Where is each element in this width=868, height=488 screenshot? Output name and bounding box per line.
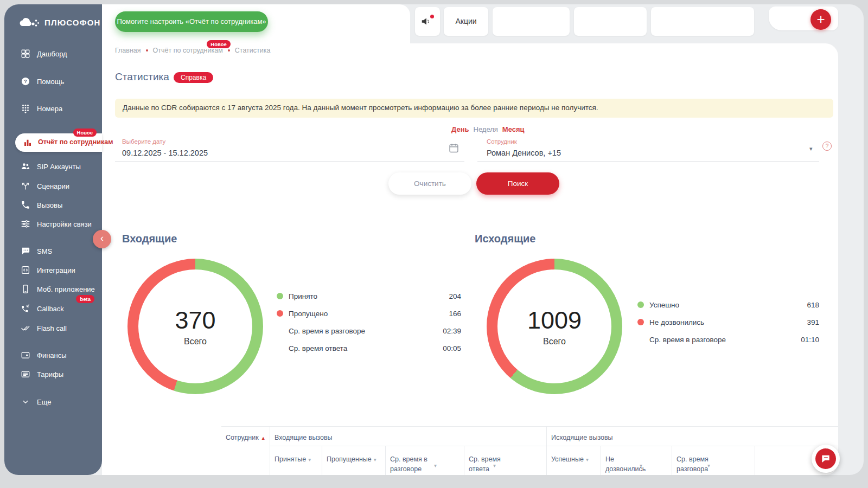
col-avg-talk-out[interactable]: Ср. время разговора▾ [676, 454, 725, 474]
breadcrumb: Главная Отчёт по сотрудникам Новое Стати… [115, 47, 270, 54]
chat-widget-button[interactable] [812, 445, 840, 473]
sidebar-item-help[interactable]: ? Помощь [4, 75, 102, 89]
setup-help-button[interactable]: Помогите настроить «Отчёт по сотрудникам… [115, 11, 268, 32]
legend-label: Успешно [649, 301, 807, 309]
breadcrumb-report[interactable]: Отчёт по сотрудникам Новое [153, 47, 223, 54]
col-successful[interactable]: Успешные▾ [551, 454, 589, 464]
table-group-incoming: Входящие вызовы [275, 433, 333, 442]
sidebar-item-finance[interactable]: Финансы [4, 349, 102, 363]
stat-value: 02:39 [443, 327, 461, 335]
sort-caret-icon[interactable]: ▾ [374, 457, 376, 463]
sort-caret-icon[interactable]: ▾ [434, 462, 437, 470]
breadcrumb-separator [146, 49, 148, 52]
clear-button[interactable]: Очистить [388, 172, 471, 195]
table-border [221, 426, 838, 427]
sidebar-item-scenarios[interactable]: Сценарии [4, 180, 102, 194]
sidebar-item-label: Отчёт по сотрудникам [38, 138, 113, 146]
sidebar-item-callback[interactable]: Callback beta [4, 303, 102, 317]
stat-label: Ср. время в разговоре [649, 336, 801, 344]
sidebar-item-label: SIP Аккаунты [37, 163, 81, 171]
col-not-reached[interactable]: Не дозвонились▾ [605, 454, 654, 474]
sidebar-item-calls[interactable]: Вызовы [4, 199, 102, 213]
tab-month[interactable]: Месяц [502, 125, 525, 133]
logo-text: ПЛЮСОФОН [44, 18, 101, 27]
sort-caret-icon[interactable]: ▾ [308, 457, 311, 463]
sort-caret-icon[interactable]: ▾ [586, 457, 589, 463]
stat-row-avg-talk: Ср. время в разговоре 02:39 [277, 325, 461, 336]
breadcrumb-separator [228, 49, 230, 52]
announcements-button[interactable] [415, 7, 440, 36]
dropdown-caret-icon[interactable]: ▾ [809, 145, 813, 152]
sidebar-item-numbers[interactable]: Номера [4, 102, 102, 117]
date-field-value[interactable]: 09.12.2025 - 15.12.2025 [122, 149, 208, 157]
sidebar-item-label: Моб. приложение [37, 285, 95, 293]
add-button[interactable]: + [810, 9, 831, 30]
cloud-logo-icon [18, 15, 40, 29]
incoming-donut-center: 370 Всего [138, 269, 252, 383]
period-tabs: День Неделя Месяц [451, 125, 525, 133]
employee-field-label: Сотрудник [487, 138, 517, 145]
incoming-donut-chart: 370 Всего [127, 259, 263, 394]
sidebar-item-employee-report[interactable]: Отчёт по сотрудникам Новое [15, 133, 102, 152]
red-dot-icon [277, 310, 283, 317]
sms-icon [21, 246, 30, 256]
sort-caret-icon[interactable]: ▾ [640, 462, 642, 470]
legend-row-not-reached: Не дозвонились 391 [637, 317, 819, 328]
sort-caret-icon[interactable]: ▾ [707, 462, 710, 470]
promos-button[interactable]: Акции [444, 7, 488, 36]
sidebar-collapse-button[interactable]: ‹ [93, 230, 111, 248]
breadcrumb-home[interactable]: Главная [115, 47, 141, 54]
search-button[interactable]: Поиск [476, 172, 559, 195]
outgoing-donut-center: 1009 Всего [497, 269, 611, 383]
callback-icon [21, 304, 30, 313]
sidebar-item-connection-settings[interactable]: Настройки связи [4, 218, 102, 232]
sidebar-item-tariffs[interactable]: Тарифы [4, 368, 102, 382]
sidebar-item-sms[interactable]: SMS [4, 245, 102, 259]
logo: ПЛЮСОФОН [18, 15, 101, 29]
tab-week[interactable]: Неделя [474, 125, 498, 133]
date-field-underline [115, 161, 464, 162]
integrations-icon [21, 265, 30, 275]
double-check-icon [21, 323, 30, 333]
dashboard-icon [21, 49, 30, 59]
sidebar-item-dashboard[interactable]: Дашборд [4, 48, 102, 62]
table-border [464, 446, 464, 475]
sidebar-item-sip-accounts[interactable]: SIP Аккаунты [4, 160, 102, 175]
sort-asc-icon[interactable]: ▲ [261, 435, 266, 441]
app-window: Сотрудник▲ Входящие вызовы Исходящие выз… [0, 0, 868, 488]
sidebar-item-label: Помощь [37, 78, 64, 86]
legend-label: Пропущено [289, 310, 449, 318]
topbar-placeholder-card [574, 7, 647, 36]
stat-row-avg-answer: Ср. время ответа 00:05 [277, 343, 461, 354]
sidebar-item-integrations[interactable]: Интеграции [4, 264, 102, 278]
sidebar-item-label: SMS [37, 247, 52, 255]
col-accepted[interactable]: Принятые▾ [275, 454, 318, 464]
sidebar-item-more[interactable]: Еще [4, 396, 102, 410]
help-question-icon[interactable]: ? [822, 142, 832, 151]
col-label: Ср. время в разговоре [390, 455, 427, 473]
outgoing-section-title: Исходящие [475, 233, 535, 245]
legend-value: 204 [449, 292, 461, 300]
col-avg-talk-in[interactable]: Ср. время в разговоре▾ [390, 454, 444, 474]
col-avg-answer[interactable]: Ср. время ответа▾ [469, 454, 518, 474]
phone-icon [21, 200, 30, 210]
users-icon [21, 162, 30, 171]
employee-field-value[interactable]: Роман Денисов, +15 [487, 149, 561, 157]
col-missed[interactable]: Пропущенные▾ [327, 454, 381, 464]
sidebar-item-flash-call[interactable]: Flash call [4, 322, 102, 336]
calendar-icon[interactable] [448, 142, 459, 154]
incoming-section-title: Входящие [122, 233, 177, 245]
col-label: Ср. время разговора [676, 455, 709, 473]
sidebar-item-label: Вызовы [37, 201, 62, 209]
tab-day[interactable]: День [451, 125, 469, 133]
chat-icon-circle [815, 448, 836, 469]
employees-table: Сотрудник▲ Входящие вызовы Исходящие выз… [221, 426, 838, 475]
sidebar-item-label: Тарифы [37, 370, 63, 378]
chevron-down-icon [21, 397, 30, 407]
reference-badge[interactable]: Справка [174, 72, 213, 83]
green-dot-icon [277, 293, 283, 299]
legend-row-accepted: Принято 204 [277, 291, 461, 301]
sidebar-item-label: Сценарии [37, 182, 69, 190]
table-header-employee[interactable]: Сотрудник▲ [226, 433, 266, 442]
sort-caret-icon[interactable]: ▾ [493, 462, 496, 470]
